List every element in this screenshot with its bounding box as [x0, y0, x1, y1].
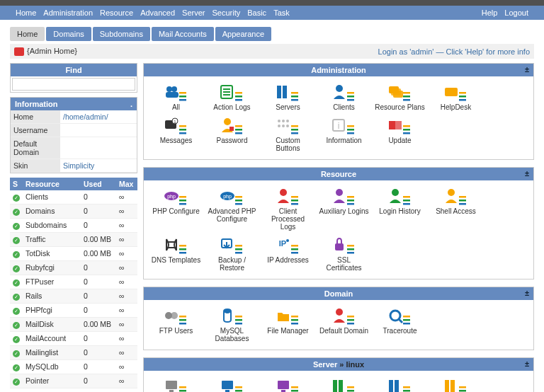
tile-timezone[interactable]: Timezone [429, 376, 482, 392]
tile-update[interactable]: Update [373, 115, 426, 154]
svg-rect-99 [291, 252, 298, 254]
nav-home[interactable]: Home [16, 8, 36, 17]
tile-processes[interactable]: Processes [205, 376, 259, 392]
resource-row[interactable]: Rubyfcgi0∞ [10, 261, 137, 275]
info-value[interactable]: /home/admin/ [60, 110, 137, 124]
status-ok-icon [13, 350, 20, 357]
login-hint[interactable]: Login as 'admin' — Click 'Help' for more… [378, 47, 530, 56]
svg-rect-117 [347, 316, 354, 318]
svg-rect-11 [235, 96, 242, 98]
svg-rect-89 [179, 248, 186, 250]
tile-client-processed-logs[interactable]: Client Processed Logs [261, 186, 314, 232]
tile-ssl-certificates[interactable]: SSL Certificates [317, 235, 370, 273]
svg-rect-87 [459, 203, 466, 205]
tile-clients[interactable]: Clients [317, 82, 370, 113]
tile-information[interactable]: iInformation [317, 115, 370, 154]
svg-rect-26 [403, 96, 410, 98]
tile-traceroute[interactable]: Traceroute [373, 306, 426, 344]
tile-ftp-users[interactable]: FTP Users [149, 306, 203, 344]
svg-point-84 [448, 189, 455, 196]
svg-rect-140 [333, 380, 337, 392]
tile-command-center[interactable]: Command Center [317, 376, 370, 392]
collapse-icon[interactable]: ± [525, 65, 529, 74]
resource-row[interactable]: TotDisk0.00 MB∞ [10, 247, 137, 261]
svg-rect-78 [347, 200, 354, 202]
resource-row[interactable]: Traffic0.00 MB∞ [10, 233, 137, 247]
svg-point-38 [224, 118, 231, 125]
resource-row[interactable]: MailAccount0∞ [10, 332, 137, 346]
find-input[interactable] [12, 78, 135, 91]
dns-icon [164, 236, 189, 255]
tile-file-manager[interactable]: File Manager [261, 306, 314, 344]
resource-row[interactable]: Clients0∞ [10, 190, 137, 204]
resource-row[interactable]: Subdomains0∞ [10, 219, 137, 233]
svg-rect-135 [278, 381, 289, 389]
tile-shell-access[interactable]: Shell Access [429, 186, 482, 232]
resource-row[interactable]: MySQLdb0∞ [10, 360, 137, 374]
nav-logout[interactable]: Logout [504, 8, 528, 17]
svg-rect-119 [347, 323, 354, 325]
status-ok-icon [13, 336, 20, 343]
crumb-text: {Admin Home} [27, 47, 77, 55]
tile-dns-templates[interactable]: DNS Templates [149, 235, 203, 273]
nav-administration[interactable]: Administration [43, 8, 93, 17]
tile-helpdesk[interactable]: HelpDesk [429, 82, 482, 113]
tile-password[interactable]: Password [205, 115, 259, 154]
resource-row[interactable]: PHPfcgi0∞ [10, 304, 137, 318]
resource-row[interactable]: Rails0∞ [10, 289, 137, 304]
nav-advanced[interactable]: Advanced [140, 8, 175, 17]
tab-home[interactable]: Home [10, 27, 45, 41]
tile-backup-restore[interactable]: Backup / Restore [205, 235, 259, 273]
tile-php-configure[interactable]: phpPHP Configure [149, 186, 203, 232]
resource-row[interactable]: Pointer0∞ [10, 374, 137, 388]
tile-label: Servers [263, 103, 313, 111]
tile-custom-buttons[interactable]: Custom Buttons [261, 115, 314, 154]
resource-row[interactable]: Domains0∞ [10, 204, 137, 219]
tile-auxiliary-logins[interactable]: Auxiliary Logins [317, 186, 370, 232]
tile-login-history[interactable]: Login History [373, 186, 426, 232]
section-resource: Resource±phpPHP ConfigurephpAdvanced PHP… [143, 167, 534, 279]
tile-component-info[interactable]: Component Info [261, 376, 314, 392]
tile-services[interactable]: Services [149, 376, 203, 392]
tab-appearance[interactable]: Appearance [215, 27, 271, 41]
tile-resource-plans[interactable]: Resource Plans [373, 82, 426, 113]
svg-rect-13 [277, 86, 281, 98]
resource-row[interactable]: MailDisk0.00 MB∞ [10, 318, 137, 332]
collapse-icon[interactable]: ± [525, 289, 529, 297]
tile-switch-program[interactable]: Switch Program [373, 376, 426, 392]
collapse-icon[interactable]: ± [525, 359, 529, 368]
svg-rect-20 [347, 96, 354, 98]
servers-icon [387, 378, 413, 392]
tile-default-domain[interactable]: Default Domain [317, 306, 370, 344]
svg-rect-59 [403, 125, 410, 127]
svg-rect-97 [291, 245, 298, 247]
tile-action-logs[interactable]: Action Logs [205, 82, 259, 113]
tab-domains[interactable]: Domains [46, 27, 91, 41]
nav-task[interactable]: Task [273, 8, 290, 17]
tile-advanced-php-configure[interactable]: phpAdvanced PHP Configure [205, 186, 259, 232]
collapse-icon[interactable]: ± [525, 169, 529, 178]
tile-servers[interactable]: Servers [261, 82, 314, 113]
info-value[interactable]: Simplicity [60, 159, 137, 173]
svg-rect-115 [291, 323, 298, 325]
svg-rect-93 [235, 248, 242, 250]
svg-rect-113 [291, 316, 298, 318]
svg-rect-100 [335, 243, 344, 250]
svg-rect-138 [291, 390, 298, 392]
nav-resource[interactable]: Resource [100, 8, 133, 17]
nav-basic[interactable]: Basic [247, 8, 266, 17]
tile-messages[interactable]: 1Messages [149, 115, 203, 154]
nav-security[interactable]: Security [212, 8, 240, 17]
resource-panel: S Resource Used Max Clients0∞Domains0∞Su… [10, 178, 137, 392]
resource-row[interactable]: FTPuser0∞ [10, 275, 137, 289]
tab-subdomains[interactable]: Subdomains [93, 27, 150, 41]
svg-rect-132 [235, 386, 242, 388]
tab-mail-accounts[interactable]: Mail Accounts [152, 27, 214, 41]
tile-mysql-databases[interactable]: MySQL Databases [205, 306, 259, 344]
tile-ip-addresses[interactable]: IPIP Addresses [261, 235, 314, 273]
tile-all[interactable]: All [149, 82, 203, 113]
nav-server[interactable]: Server [182, 8, 205, 17]
nav-help[interactable]: Help [482, 8, 498, 17]
resource-row[interactable]: Cdisk0.00 MB- [10, 388, 137, 392]
resource-row[interactable]: Mailinglist0∞ [10, 346, 137, 360]
